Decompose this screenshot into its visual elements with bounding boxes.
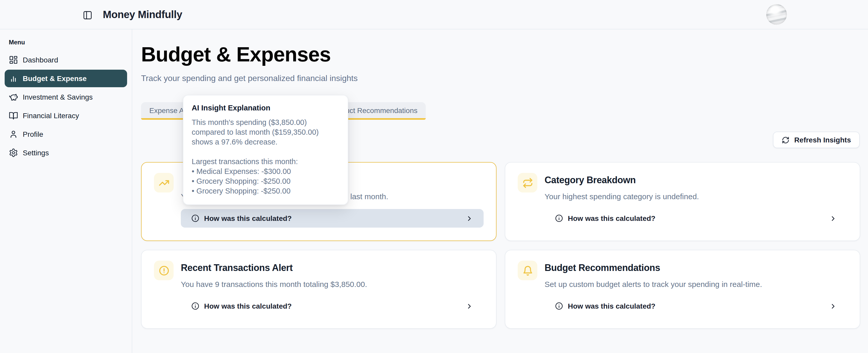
how-calculated-label: How was this calculated? xyxy=(568,302,655,310)
page-subtitle: Track your spending and get personalized… xyxy=(141,74,358,83)
card-title: Budget Recommendations xyxy=(545,263,660,274)
refresh-insights-label: Refresh Insights xyxy=(795,136,851,144)
how-calculated-button[interactable]: How was this calculated? xyxy=(181,297,484,315)
sidebar-item-dashboard[interactable]: Dashboard xyxy=(5,51,127,69)
sidebar: Menu Dashboard Budget & Expense Investme… xyxy=(0,29,132,353)
chevron-right-icon xyxy=(466,214,473,222)
how-calculated-label: How was this calculated? xyxy=(204,214,292,222)
page-title: Budget & Expenses xyxy=(141,43,331,66)
sidebar-item-label: Dashboard xyxy=(23,56,58,64)
alert-circle-icon xyxy=(154,260,174,280)
repeat-icon xyxy=(518,173,537,192)
ai-insight-tooltip: AI Insight Explanation This month's spen… xyxy=(183,95,348,205)
tooltip-title: AI Insight Explanation xyxy=(192,104,339,112)
chevron-right-icon xyxy=(829,214,837,222)
bell-icon xyxy=(518,260,537,280)
book-open-icon xyxy=(9,111,18,120)
sidebar-item-investment-savings[interactable]: Investment & Savings xyxy=(5,88,127,106)
info-icon xyxy=(191,302,199,310)
sidebar-item-budget-expense[interactable]: Budget & Expense xyxy=(5,70,127,87)
refresh-icon xyxy=(782,136,790,144)
panel-left-icon xyxy=(83,10,96,20)
how-calculated-label: How was this calculated? xyxy=(568,214,655,222)
piggy-bank-icon xyxy=(9,93,18,102)
refresh-insights-button[interactable]: Refresh Insights xyxy=(773,132,860,148)
info-icon xyxy=(555,214,563,222)
gear-icon xyxy=(9,148,18,157)
main-content: Budget & Expenses Track your spending an… xyxy=(133,29,868,353)
how-calculated-button[interactable]: How was this calculated? xyxy=(181,209,484,227)
sidebar-item-financial-literacy[interactable]: Financial Literacy xyxy=(5,107,127,125)
sidebar-toggle-button[interactable] xyxy=(83,8,96,22)
info-icon xyxy=(191,214,199,222)
tooltip-list-item: • Medical Expenses: -$300.00 xyxy=(192,167,339,176)
app-title: Money Mindfully xyxy=(103,0,182,29)
card-description: Your highest spending category is undefi… xyxy=(545,192,699,201)
how-calculated-button[interactable]: How was this calculated? xyxy=(545,209,847,227)
sidebar-item-label: Financial Literacy xyxy=(23,111,79,120)
card-category-breakdown: Category Breakdown Your highest spending… xyxy=(505,162,860,241)
info-icon xyxy=(555,302,563,310)
card-description: Set up custom budget alerts to track you… xyxy=(545,280,762,288)
sidebar-item-profile[interactable]: Profile xyxy=(5,126,127,143)
chevron-right-icon xyxy=(466,302,473,310)
sidebar-menu-label: Menu xyxy=(9,39,132,46)
user-avatar[interactable] xyxy=(766,4,787,25)
tooltip-list-item: • Grocery Shopping: -$250.00 xyxy=(192,176,339,186)
user-icon xyxy=(9,130,18,139)
chevron-right-icon xyxy=(829,302,837,310)
tooltip-list-intro: Largest transactions this month: xyxy=(192,157,339,167)
sidebar-item-label: Settings xyxy=(23,149,49,157)
sidebar-item-settings[interactable]: Settings xyxy=(5,144,127,162)
app-root: Money Mindfully Menu Dashboard Budget & … xyxy=(0,0,868,353)
dashboard-grid-icon xyxy=(9,55,18,65)
sidebar-item-label: Budget & Expense xyxy=(23,74,87,82)
card-description: You have 9 transactions this month total… xyxy=(181,280,367,288)
trending-up-icon xyxy=(154,173,174,192)
card-recent-transactions-alert: Recent Transactions Alert You have 9 tra… xyxy=(141,250,497,329)
card-title: Category Breakdown xyxy=(545,175,636,186)
bar-chart-icon xyxy=(9,74,18,83)
card-budget-recommendations: Budget Recommendations Set up custom bud… xyxy=(505,250,860,329)
card-title: Recent Transactions Alert xyxy=(181,263,293,274)
sidebar-item-label: Profile xyxy=(23,130,43,138)
how-calculated-label: How was this calculated? xyxy=(204,302,292,310)
tooltip-paragraph: This month's spending ($3,850.00) compar… xyxy=(192,118,339,147)
sidebar-item-label: Investment & Savings xyxy=(23,93,93,101)
top-header: Money Mindfully xyxy=(0,0,868,29)
tooltip-list-item: • Grocery Shopping: -$250.00 xyxy=(192,186,339,196)
how-calculated-button[interactable]: How was this calculated? xyxy=(545,297,847,315)
